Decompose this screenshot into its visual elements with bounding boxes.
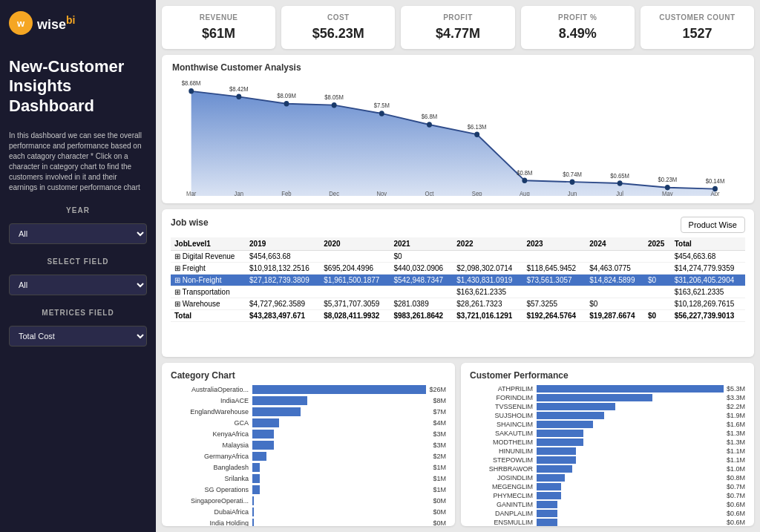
customer-label: ENSMULLIM — [470, 519, 537, 526]
cust-bar-fill — [537, 439, 583, 446]
svg-text:Jul: Jul — [616, 191, 623, 196]
list-item[interactable]: SHAINCLIM $1.6M — [470, 421, 745, 428]
svg-text:Oct: Oct — [425, 191, 435, 196]
cust-bar-container — [537, 439, 724, 446]
cust-bar-fill — [537, 510, 557, 517]
list-item[interactable]: MEGENGLIM $0.7M — [470, 483, 745, 490]
customer-label: SAKAUTLIM — [470, 430, 537, 437]
kpi-card: COST$56.23M — [281, 6, 395, 49]
list-item[interactable]: ENSMULLIM $0.6M — [470, 519, 745, 526]
kpi-value: 1527 — [649, 26, 745, 42]
bar-fill — [252, 385, 426, 394]
kpi-label: REVENUE — [171, 13, 266, 22]
svg-text:Feb: Feb — [281, 191, 292, 196]
cust-bar-fill — [537, 492, 561, 499]
svg-text:Sep: Sep — [472, 191, 482, 196]
cust-bar-container — [537, 519, 724, 526]
list-item[interactable]: IndiaACE $8M — [171, 396, 446, 405]
list-item[interactable]: PHYMECLIM $0.7M — [470, 492, 745, 499]
customer-label: MEGENGLIM — [470, 483, 537, 490]
kpi-label: PROFIT % — [530, 13, 626, 22]
svg-text:$0.14M: $0.14M — [706, 178, 725, 185]
bar-container — [252, 519, 430, 526]
year-select[interactable]: All 2019 2020 2021 2022 2023 2024 2025 — [9, 223, 147, 244]
product-wise-button[interactable]: Product Wise — [681, 217, 745, 233]
bar-fill — [252, 463, 260, 472]
list-item[interactable]: Malaysia $3M — [171, 441, 446, 450]
list-item[interactable]: JOSINDLIM $0.8M — [470, 474, 745, 482]
list-item[interactable]: SG Operations $1M — [171, 485, 446, 494]
list-item[interactable]: FORINDLIM $3.3M — [470, 394, 745, 401]
customer-label: FORINDLIM — [470, 394, 537, 401]
customer-label: SUJSHOLIM — [470, 412, 537, 419]
cust-bar-value: $1.3M — [727, 439, 745, 446]
bar-value: $3M — [433, 441, 446, 449]
list-item[interactable]: STEPOWLIM $1.1M — [470, 456, 745, 464]
category-bars: AustraliaOperatio... $26M IndiaACE $8M E… — [171, 385, 446, 526]
list-item[interactable]: EnglandWarehouse $7M — [171, 407, 446, 416]
monthwise-svg: $8.68MMar$8.42MJan$8.09MFeb$8.05MDec$7.5… — [172, 77, 744, 196]
list-item[interactable]: TVSSENLIM $2.2M — [470, 403, 745, 410]
list-item[interactable]: India Holding $0M — [171, 519, 446, 526]
monthwise-section: Monthwise Customer Analysis $8.68MMar$8.… — [162, 55, 754, 203]
cust-bar-container — [537, 510, 724, 517]
jobwise-column-header: 2023 — [522, 237, 586, 251]
bar-fill — [252, 508, 254, 516]
list-item[interactable]: HINUNILIM $1.1M — [470, 447, 745, 455]
customer-label: STEPOWLIM — [470, 456, 537, 464]
list-item[interactable]: DubaiAfrica $0M — [171, 508, 446, 516]
svg-point-15 — [427, 122, 432, 128]
list-item[interactable]: GCA $4M — [171, 418, 446, 427]
list-item[interactable]: ATHPRILIM $5.3M — [470, 385, 745, 393]
customer-label: ATHPRILIM — [470, 385, 537, 393]
list-item[interactable]: Bangladesh $1M — [171, 463, 446, 472]
field-select[interactable]: All — [9, 275, 147, 295]
list-item[interactable]: Srilanka $1M — [171, 474, 446, 483]
cust-bar-fill — [537, 456, 576, 464]
cust-bar-container — [537, 430, 724, 437]
svg-text:Mar: Mar — [186, 191, 197, 196]
svg-point-21 — [522, 178, 527, 184]
cust-bar-fill — [537, 474, 565, 482]
list-item[interactable]: GermanyAfrica $2M — [171, 452, 446, 461]
metrics-filter-label: METRICES FIELD — [9, 309, 147, 317]
jobwise-column-header: 2020 — [320, 237, 390, 251]
sidebar: w wisebi New-Customer Insights Dashboard… — [0, 0, 156, 532]
kpi-value: $56.23M — [290, 26, 386, 42]
jobwise-table: JobLevel12019202020212022202320242025Tot… — [171, 237, 745, 322]
jobwise-column-header: 2024 — [586, 237, 644, 251]
cust-bar-container — [537, 385, 724, 393]
svg-point-12 — [379, 111, 384, 116]
cust-bar-container — [537, 412, 724, 419]
list-item[interactable]: SAKAUTLIM $1.3M — [470, 430, 745, 437]
list-item[interactable]: SHRBRAWOR $1.0M — [470, 465, 745, 473]
list-item[interactable]: MODTHELIM $1.3M — [470, 439, 745, 446]
list-item[interactable]: AustraliaOperatio... $26M — [171, 385, 446, 394]
cust-bar-container — [537, 501, 724, 508]
svg-text:$8.42M: $8.42M — [229, 85, 249, 92]
customer-label: MODTHELIM — [470, 439, 537, 446]
cust-bar-value: $0.7M — [727, 483, 745, 490]
bar-container — [252, 396, 430, 405]
metrics-select[interactable]: Total Cost — [9, 326, 147, 347]
svg-point-3 — [236, 94, 241, 100]
kpi-card: REVENUE$61M — [162, 6, 275, 49]
bar-value: $2M — [433, 453, 446, 460]
cust-bar-fill — [537, 412, 604, 419]
list-item[interactable]: KenyaAfrica $3M — [171, 430, 446, 439]
customer-label: GANINTLIM — [470, 501, 537, 508]
list-item[interactable]: SingaporeOperati... $0M — [171, 496, 446, 505]
customer-section: Customer Performance ATHPRILIM $5.3M FOR… — [461, 363, 754, 526]
customer-label: TVSSENLIM — [470, 403, 537, 410]
cust-bar-fill — [537, 501, 557, 508]
bar-container — [252, 485, 430, 494]
list-item[interactable]: DANPLALIM $0.6M — [470, 510, 745, 517]
table-row: ⊞ Digital Revenue$454,663.68$0$454,663.6… — [171, 251, 745, 263]
list-item[interactable]: SUJSHOLIM $1.9M — [470, 412, 745, 419]
kpi-label: COST — [290, 13, 386, 22]
cust-bar-container — [537, 421, 724, 428]
list-item[interactable]: GANINTLIM $0.6M — [470, 501, 745, 508]
bar-value: $8M — [433, 397, 446, 404]
jobwise-column-header: Total — [671, 237, 745, 251]
bar-container — [252, 430, 430, 439]
